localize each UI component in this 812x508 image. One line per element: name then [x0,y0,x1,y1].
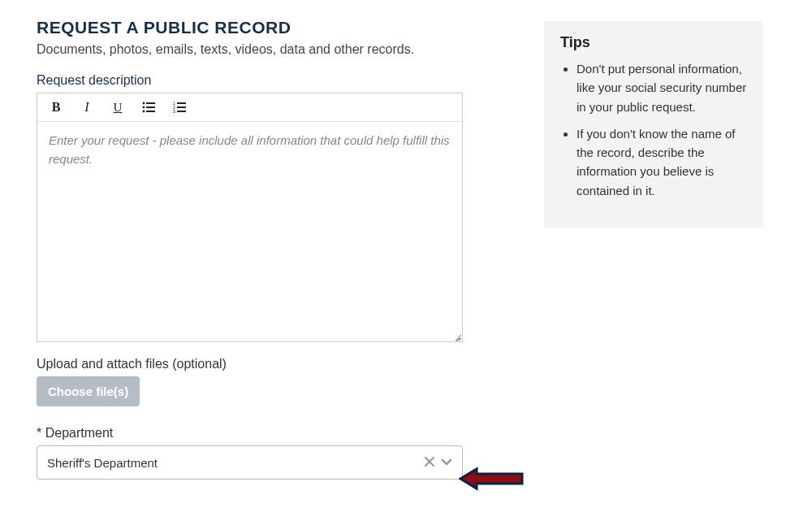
svg-point-0 [143,102,145,105]
svg-point-2 [143,106,145,109]
dropdown-toggle[interactable] [441,455,452,470]
page-title: REQUEST A PUBLIC RECORD [37,18,463,37]
svg-rect-1 [146,102,155,104]
department-label: * Department [37,426,463,441]
tips-item: If you don't know the name of the record… [577,124,747,200]
tips-list: Don't put personal information, like you… [560,59,747,200]
clear-selection-button[interactable] [425,455,434,470]
upload-label: Upload and attach files (optional) [37,357,463,371]
svg-rect-5 [146,111,155,112]
tips-title: Tips [560,34,747,51]
svg-rect-11 [177,111,186,112]
editor-placeholder: Enter your request - please include all … [49,133,450,166]
close-icon [425,457,434,467]
request-description-label: Request description [37,73,463,88]
department-selected-value: Sheriff's Department [47,456,425,470]
svg-point-4 [143,111,145,113]
svg-rect-9 [177,106,186,108]
italic-button[interactable]: I [80,100,94,115]
resize-handle[interactable] [452,332,460,340]
tips-panel: Tips Don't put personal information, lik… [544,21,763,228]
underline-button[interactable]: U [110,100,125,115]
bullet-list-icon [142,102,155,113]
unordered-list-button[interactable] [141,100,156,115]
tips-item: Don't put personal information, like you… [577,59,747,116]
chevron-down-icon [441,458,452,467]
svg-rect-3 [146,106,155,108]
bold-button[interactable]: B [49,100,63,115]
svg-text:3: 3 [173,109,175,113]
ordered-list-button[interactable]: 1 2 3 [172,100,187,115]
numbered-list-icon: 1 2 3 [173,102,186,113]
department-select[interactable]: Sheriff's Department [37,445,463,480]
choose-files-button[interactable]: Choose file(s) [37,376,140,406]
page-subtitle: Documents, photos, emails, texts, videos… [37,42,463,57]
svg-rect-7 [177,102,186,104]
rich-text-editor: B I U 1 2 [37,93,463,342]
editor-toolbar: B I U 1 2 [37,93,462,122]
request-description-input[interactable]: Enter your request - please include all … [37,122,462,341]
